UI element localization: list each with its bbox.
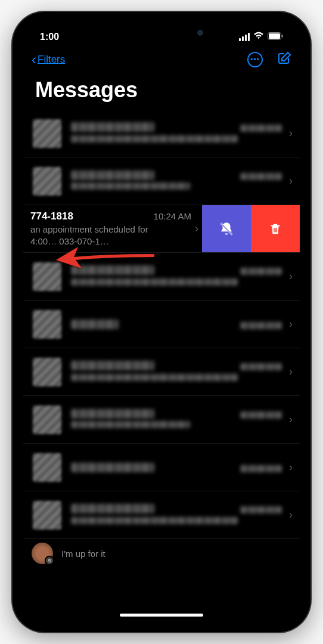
message-preview: an appointment scheduled for 4:00… 033-0…	[30, 224, 191, 247]
message-preview: I'm up for it	[61, 549, 105, 559]
avatar	[33, 310, 61, 339]
nav-bar: ‹ Filters •••	[23, 47, 300, 73]
avatar	[33, 501, 61, 530]
chevron-left-icon: ‹	[32, 51, 36, 68]
svg-rect-2	[282, 35, 283, 38]
camera-dot	[197, 30, 203, 36]
chevron-right-icon: ›	[282, 318, 300, 330]
preview-blurred	[71, 182, 190, 190]
status-time: 1:00	[40, 32, 59, 42]
timestamp-blurred	[240, 363, 282, 370]
conversation-row[interactable]: s I'm up for it	[23, 539, 300, 568]
chevron-right-icon: ›	[282, 127, 300, 140]
chevron-right-icon: ›	[282, 461, 300, 473]
conversation-row-swiped[interactable]: 774-1818 10:24 AM an appointment schedul…	[23, 205, 300, 253]
chevron-right-icon: ›	[191, 222, 202, 235]
contact-name-blurred	[71, 171, 154, 180]
preview-blurred	[71, 517, 238, 524]
bell-slash-icon	[219, 221, 234, 237]
compose-icon[interactable]	[277, 51, 291, 68]
timestamp-blurred	[240, 411, 282, 419]
contact-name: 774-1818	[30, 210, 73, 222]
svg-rect-1	[269, 33, 280, 39]
timestamp-blurred	[240, 173, 282, 180]
contact-name-blurred	[71, 504, 154, 513]
conversation-list[interactable]: › › 774-1818	[23, 110, 300, 568]
avatar	[33, 167, 61, 196]
conversation-row[interactable]: ›	[23, 348, 300, 396]
conversation-row[interactable]: ›	[23, 301, 300, 348]
preview-blurred	[71, 278, 238, 286]
nav-actions: •••	[247, 51, 291, 68]
avatar	[33, 358, 61, 386]
conversation-row[interactable]: ›	[23, 110, 300, 157]
screen: 1:00 ‹ Filters •••	[23, 23, 300, 621]
timestamp-blurred	[240, 465, 282, 472]
chevron-right-icon: ›	[282, 270, 300, 283]
preview-blurred	[71, 421, 190, 428]
svg-rect-7	[276, 228, 277, 232]
timestamp-blurred	[240, 268, 282, 275]
trash-icon	[269, 222, 282, 236]
back-button[interactable]: ‹ Filters	[32, 51, 65, 68]
conversation-row[interactable]: ›	[23, 491, 300, 539]
conversation-content[interactable]: 774-1818 10:24 AM an appointment schedul…	[23, 205, 202, 252]
timestamp: 10:24 AM	[154, 211, 191, 221]
avatar	[33, 119, 61, 148]
chevron-right-icon: ›	[282, 366, 300, 378]
delete-button[interactable]	[251, 205, 300, 252]
preview-blurred	[71, 374, 238, 381]
avatar	[33, 262, 61, 291]
back-label: Filters	[38, 54, 65, 66]
preview-blurred	[71, 135, 238, 143]
timestamp-blurred	[240, 322, 282, 329]
contact-name-blurred	[71, 320, 119, 329]
chevron-right-icon: ›	[282, 509, 300, 521]
conversation-row[interactable]: ›	[23, 396, 300, 444]
timestamp-blurred	[240, 506, 282, 513]
contact-name-blurred	[71, 361, 154, 370]
mute-button[interactable]	[202, 205, 251, 252]
conversation-row[interactable]: ›	[23, 253, 300, 301]
avatar: s	[32, 543, 53, 564]
conversation-row[interactable]: ›	[23, 444, 300, 491]
contact-name-blurred	[71, 122, 154, 132]
avatar-badge: s	[45, 556, 54, 565]
wifi-icon	[253, 32, 264, 42]
avatar	[33, 405, 61, 434]
contact-name-blurred	[71, 265, 154, 275]
timestamp-blurred	[240, 125, 282, 132]
contact-name-blurred	[71, 409, 154, 419]
more-options-icon[interactable]: •••	[247, 52, 263, 67]
status-icons	[239, 32, 283, 42]
notch	[102, 23, 221, 39]
battery-icon	[268, 32, 283, 42]
cellular-signal-icon	[239, 33, 250, 41]
avatar	[33, 453, 61, 482]
home-indicator[interactable]	[120, 614, 203, 617]
chevron-right-icon: ›	[282, 413, 300, 426]
svg-rect-6	[275, 228, 275, 232]
svg-rect-5	[274, 228, 274, 232]
phone-frame: 1:00 ‹ Filters •••	[13, 12, 310, 632]
chevron-right-icon: ›	[282, 175, 300, 187]
contact-name-blurred	[71, 463, 154, 472]
conversation-row[interactable]: ›	[23, 157, 300, 205]
page-title: Messages	[23, 73, 300, 110]
